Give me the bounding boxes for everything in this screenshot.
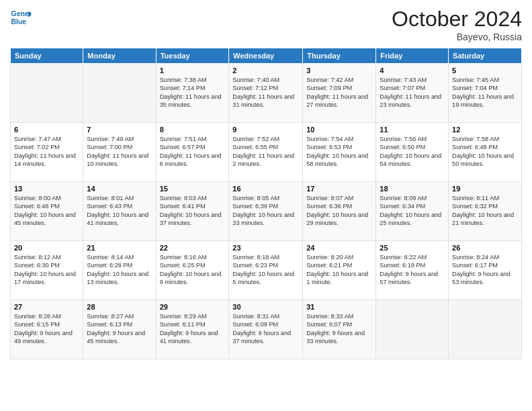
- calendar-table: SundayMondayTuesdayWednesdayThursdayFrid…: [10, 48, 522, 359]
- calendar-header-row: SundayMondayTuesdayWednesdayThursdayFrid…: [11, 48, 522, 64]
- calendar-cell: 5Sunrise: 7:45 AM Sunset: 7:04 PM Daylig…: [449, 64, 522, 123]
- title-area: October 2024 Bayevo, Russia: [392, 7, 522, 42]
- day-info: Sunrise: 8:01 AM Sunset: 6:43 PM Dayligh…: [87, 194, 152, 228]
- calendar-cell: [449, 300, 522, 359]
- calendar-cell: 14Sunrise: 8:01 AM Sunset: 6:43 PM Dayli…: [83, 182, 156, 241]
- day-info: Sunrise: 8:33 AM Sunset: 6:07 PM Dayligh…: [306, 312, 372, 346]
- header: General Blue October 2024 Bayevo, Russia: [10, 7, 522, 42]
- day-number: 12: [452, 126, 518, 134]
- day-info: Sunrise: 7:49 AM Sunset: 7:00 PM Dayligh…: [87, 135, 152, 169]
- day-info: Sunrise: 8:16 AM Sunset: 6:25 PM Dayligh…: [160, 253, 226, 287]
- logo: General Blue: [10, 7, 32, 28]
- day-number: 24: [306, 244, 372, 252]
- calendar-cell: 31Sunrise: 8:33 AM Sunset: 6:07 PM Dayli…: [303, 300, 376, 359]
- day-number: 7: [87, 126, 152, 134]
- calendar-cell: 30Sunrise: 8:31 AM Sunset: 6:09 PM Dayli…: [229, 300, 303, 359]
- day-info: Sunrise: 8:07 AM Sunset: 6:36 PM Dayligh…: [306, 194, 372, 228]
- day-info: Sunrise: 8:00 AM Sunset: 6:46 PM Dayligh…: [14, 194, 79, 228]
- day-number: 13: [14, 185, 79, 193]
- calendar-cell: 27Sunrise: 8:26 AM Sunset: 6:15 PM Dayli…: [11, 300, 83, 359]
- day-info: Sunrise: 8:18 AM Sunset: 6:23 PM Dayligh…: [232, 253, 299, 287]
- calendar-cell: 11Sunrise: 7:56 AM Sunset: 6:50 PM Dayli…: [376, 123, 449, 182]
- calendar-page: General Blue October 2024 Bayevo, Russia…: [0, 0, 532, 411]
- location: Bayevo, Russia: [392, 32, 522, 42]
- calendar-cell: [11, 64, 83, 123]
- calendar-cell: 21Sunrise: 8:14 AM Sunset: 6:28 PM Dayli…: [83, 241, 156, 300]
- day-number: 22: [160, 244, 226, 252]
- day-of-week-header: Friday: [376, 48, 449, 64]
- day-number: 10: [306, 126, 372, 134]
- day-info: Sunrise: 7:40 AM Sunset: 7:12 PM Dayligh…: [232, 76, 299, 109]
- day-of-week-header: Tuesday: [156, 48, 229, 64]
- day-number: 27: [14, 303, 79, 311]
- calendar-cell: 16Sunrise: 8:05 AM Sunset: 6:39 PM Dayli…: [229, 182, 303, 241]
- day-info: Sunrise: 7:58 AM Sunset: 6:48 PM Dayligh…: [452, 135, 518, 169]
- calendar-cell: 23Sunrise: 8:18 AM Sunset: 6:23 PM Dayli…: [229, 241, 303, 300]
- calendar-week-row: 1Sunrise: 7:38 AM Sunset: 7:14 PM Daylig…: [11, 64, 522, 123]
- calendar-cell: 12Sunrise: 7:58 AM Sunset: 6:48 PM Dayli…: [449, 123, 522, 182]
- day-number: 26: [452, 244, 518, 252]
- day-number: 31: [306, 303, 372, 311]
- calendar-cell: [376, 300, 449, 359]
- calendar-cell: [83, 64, 156, 123]
- day-number: 2: [232, 66, 299, 75]
- calendar-cell: 25Sunrise: 8:22 AM Sunset: 6:19 PM Dayli…: [376, 241, 449, 300]
- day-number: 25: [380, 244, 445, 252]
- day-info: Sunrise: 8:14 AM Sunset: 6:28 PM Dayligh…: [87, 253, 152, 287]
- day-info: Sunrise: 8:12 AM Sunset: 6:30 PM Dayligh…: [14, 253, 79, 287]
- day-info: Sunrise: 7:47 AM Sunset: 7:02 PM Dayligh…: [14, 135, 79, 169]
- day-number: 18: [380, 185, 445, 193]
- calendar-cell: 8Sunrise: 7:51 AM Sunset: 6:57 PM Daylig…: [156, 123, 229, 182]
- day-info: Sunrise: 8:24 AM Sunset: 6:17 PM Dayligh…: [452, 253, 518, 287]
- calendar-cell: 29Sunrise: 8:29 AM Sunset: 6:11 PM Dayli…: [156, 300, 229, 359]
- calendar-cell: 7Sunrise: 7:49 AM Sunset: 7:00 PM Daylig…: [83, 123, 156, 182]
- day-info: Sunrise: 7:43 AM Sunset: 7:07 PM Dayligh…: [380, 76, 445, 109]
- calendar-cell: 6Sunrise: 7:47 AM Sunset: 7:02 PM Daylig…: [11, 123, 83, 182]
- day-number: 17: [306, 185, 372, 193]
- day-number: 3: [306, 66, 372, 75]
- calendar-cell: 1Sunrise: 7:38 AM Sunset: 7:14 PM Daylig…: [156, 64, 229, 123]
- day-info: Sunrise: 8:09 AM Sunset: 6:34 PM Dayligh…: [380, 194, 445, 228]
- day-number: 15: [160, 185, 226, 193]
- day-number: 29: [160, 303, 226, 311]
- calendar-cell: 17Sunrise: 8:07 AM Sunset: 6:36 PM Dayli…: [303, 182, 376, 241]
- calendar-cell: 19Sunrise: 8:11 AM Sunset: 6:32 PM Dayli…: [449, 182, 522, 241]
- day-number: 21: [87, 244, 152, 252]
- calendar-cell: 22Sunrise: 8:16 AM Sunset: 6:25 PM Dayli…: [156, 241, 229, 300]
- day-number: 23: [232, 244, 299, 252]
- day-of-week-header: Saturday: [449, 48, 522, 64]
- calendar-cell: 20Sunrise: 8:12 AM Sunset: 6:30 PM Dayli…: [11, 241, 83, 300]
- calendar-week-row: 20Sunrise: 8:12 AM Sunset: 6:30 PM Dayli…: [11, 241, 522, 300]
- day-number: 5: [452, 66, 518, 75]
- day-info: Sunrise: 8:27 AM Sunset: 6:13 PM Dayligh…: [87, 312, 152, 346]
- month-title: October 2024: [392, 7, 522, 32]
- day-info: Sunrise: 8:03 AM Sunset: 6:41 PM Dayligh…: [160, 194, 226, 228]
- day-number: 11: [380, 126, 445, 134]
- svg-text:Blue: Blue: [11, 18, 27, 26]
- day-info: Sunrise: 8:20 AM Sunset: 6:21 PM Dayligh…: [306, 253, 372, 287]
- day-number: 1: [160, 66, 226, 75]
- day-info: Sunrise: 8:31 AM Sunset: 6:09 PM Dayligh…: [232, 312, 299, 346]
- calendar-cell: 28Sunrise: 8:27 AM Sunset: 6:13 PM Dayli…: [83, 300, 156, 359]
- logo-icon: General Blue: [10, 7, 32, 28]
- day-info: Sunrise: 7:52 AM Sunset: 6:55 PM Dayligh…: [232, 135, 299, 169]
- calendar-cell: 26Sunrise: 8:24 AM Sunset: 6:17 PM Dayli…: [449, 241, 522, 300]
- day-info: Sunrise: 7:51 AM Sunset: 6:57 PM Dayligh…: [160, 135, 226, 169]
- day-of-week-header: Wednesday: [229, 48, 303, 64]
- day-number: 14: [87, 185, 152, 193]
- day-number: 19: [452, 185, 518, 193]
- day-of-week-header: Thursday: [303, 48, 376, 64]
- day-info: Sunrise: 7:38 AM Sunset: 7:14 PM Dayligh…: [160, 76, 226, 109]
- calendar-cell: 24Sunrise: 8:20 AM Sunset: 6:21 PM Dayli…: [303, 241, 376, 300]
- day-info: Sunrise: 7:45 AM Sunset: 7:04 PM Dayligh…: [452, 76, 518, 109]
- calendar-cell: 2Sunrise: 7:40 AM Sunset: 7:12 PM Daylig…: [229, 64, 303, 123]
- calendar-cell: 18Sunrise: 8:09 AM Sunset: 6:34 PM Dayli…: [376, 182, 449, 241]
- day-number: 6: [14, 126, 79, 134]
- calendar-cell: 15Sunrise: 8:03 AM Sunset: 6:41 PM Dayli…: [156, 182, 229, 241]
- calendar-week-row: 13Sunrise: 8:00 AM Sunset: 6:46 PM Dayli…: [11, 182, 522, 241]
- day-of-week-header: Monday: [83, 48, 156, 64]
- day-number: 30: [232, 303, 299, 311]
- day-number: 8: [160, 126, 226, 134]
- calendar-cell: 3Sunrise: 7:42 AM Sunset: 7:09 PM Daylig…: [303, 64, 376, 123]
- calendar-cell: 9Sunrise: 7:52 AM Sunset: 6:55 PM Daylig…: [229, 123, 303, 182]
